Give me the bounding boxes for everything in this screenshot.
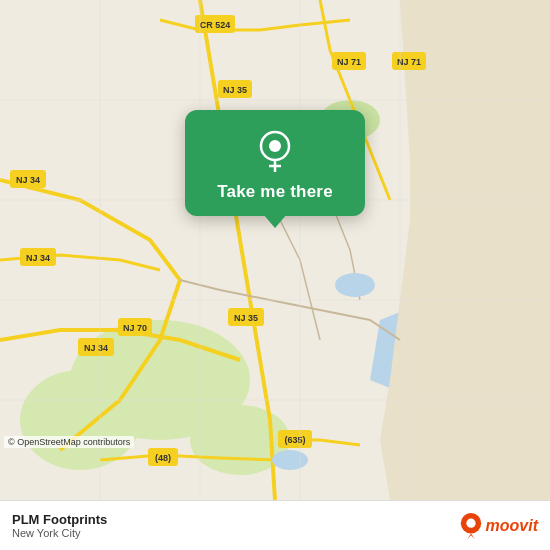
svg-point-35 (272, 450, 308, 470)
svg-text:NJ 34: NJ 34 (84, 343, 108, 353)
svg-point-48 (466, 518, 475, 527)
moovit-logo-text: moovit (486, 517, 538, 535)
svg-text:NJ 71: NJ 71 (397, 57, 421, 67)
svg-text:NJ 71: NJ 71 (337, 57, 361, 67)
svg-point-34 (335, 273, 375, 297)
svg-text:NJ 35: NJ 35 (223, 85, 247, 95)
app-location: New York City (12, 527, 107, 539)
map-container: NJ 34 NJ 34 NJ 34 NJ 35 NJ 35 NJ 71 NJ 7… (0, 0, 550, 500)
moovit-pin-icon (460, 513, 482, 539)
bottom-bar: PLM Footprints New York City moovit (0, 500, 550, 550)
location-pin-icon (253, 128, 297, 172)
app-name: PLM Footprints (12, 512, 107, 527)
svg-text:(635): (635) (284, 435, 305, 445)
svg-text:CR 524: CR 524 (200, 20, 231, 30)
svg-point-45 (269, 140, 281, 152)
take-me-there-button[interactable]: Take me there (217, 182, 333, 202)
osm-attribution: © OpenStreetMap contributors (4, 436, 134, 448)
svg-text:NJ 34: NJ 34 (26, 253, 50, 263)
location-popup: Take me there (185, 110, 365, 216)
map-background: NJ 34 NJ 34 NJ 34 NJ 35 NJ 35 NJ 71 NJ 7… (0, 0, 550, 500)
moovit-logo[interactable]: moovit (460, 513, 538, 539)
svg-text:NJ 35: NJ 35 (234, 313, 258, 323)
svg-point-5 (20, 370, 140, 470)
app-info: PLM Footprints New York City (12, 512, 107, 539)
svg-text:NJ 34: NJ 34 (16, 175, 40, 185)
svg-text:(48): (48) (155, 453, 171, 463)
svg-text:NJ 70: NJ 70 (123, 323, 147, 333)
